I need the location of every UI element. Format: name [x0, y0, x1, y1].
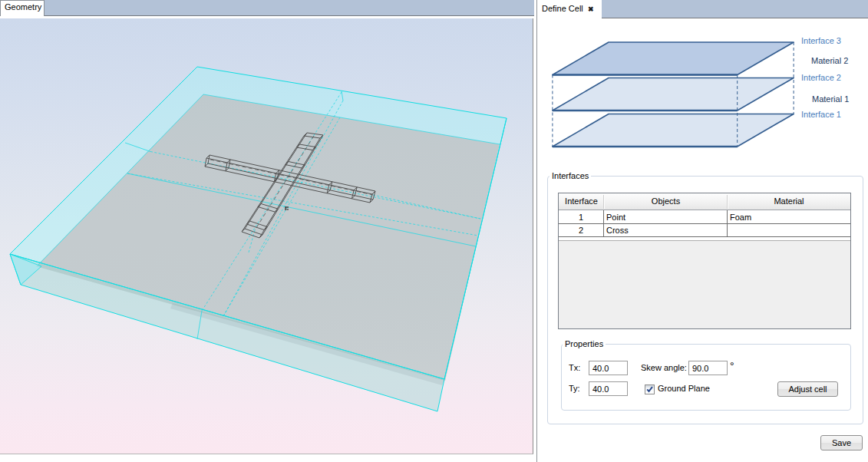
svg-text:Material 1: Material 1 [812, 94, 849, 104]
svg-text:Interface 2: Interface 2 [801, 73, 841, 82]
svg-text:Material 2: Material 2 [811, 56, 848, 65]
svg-text:Interface 3: Interface 3 [801, 36, 841, 45]
svg-text:Interface 1: Interface 1 [801, 110, 841, 119]
